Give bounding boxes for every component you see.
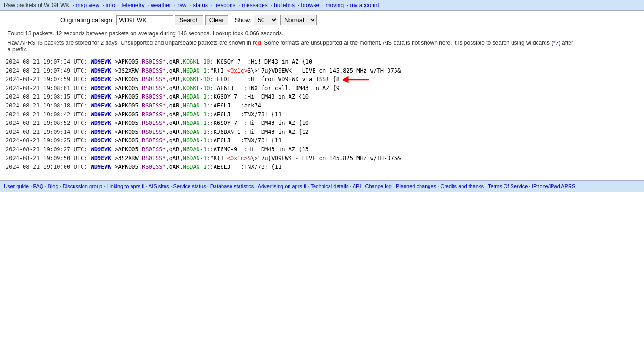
path-link[interactable]: KO6KL-10 (183, 58, 210, 65)
table-row: 2024-08-21 19:08:18 UTC: WD9EWK >APK005,… (6, 101, 644, 110)
path-link[interactable]: N6DAN-1 (183, 155, 207, 162)
callsign-link[interactable]: WD9EWK (91, 67, 111, 74)
nav-myaccount[interactable]: my account (350, 2, 379, 8)
packet-rest: >APK005, (115, 111, 142, 118)
callsign-link[interactable]: WD9EWK (91, 164, 111, 170)
relay-link[interactable]: RS0ISS* (142, 111, 166, 118)
comma: ,qAR, (166, 102, 183, 109)
footer-discussion-group[interactable]: Discussion group (63, 183, 102, 189)
nav-messages[interactable]: messages (242, 2, 268, 8)
packet-suffix: :"R(I (206, 155, 227, 162)
path-link[interactable]: N6DAN-1 (183, 93, 207, 100)
footer-ais-sites[interactable]: AIS sites (149, 183, 169, 189)
footer-linking[interactable]: Linking to aprs.fi (107, 183, 144, 189)
comma: ,qAR, (166, 164, 183, 170)
footer-blog[interactable]: Blog (48, 183, 58, 189)
path-link[interactable]: N6DAN-1 (183, 129, 207, 135)
packet-rest: >APK005, (115, 93, 142, 100)
relay-link[interactable]: RS0ISS* (142, 93, 166, 100)
footer-advertising[interactable]: Advertising on aprs.fi (258, 183, 306, 189)
comma: ,qAR, (166, 155, 183, 162)
path-link[interactable]: KO6KL-10 (183, 76, 210, 82)
packet-rest: >3S2XRW, (115, 67, 142, 74)
relay-link[interactable]: RS0ISS* (142, 67, 166, 74)
callsign-link[interactable]: WD9EWK (91, 102, 111, 109)
nav-status[interactable]: status (193, 2, 208, 8)
relay-link[interactable]: RS0ISS* (142, 129, 166, 135)
footer-api[interactable]: API (353, 183, 361, 189)
table-row: 2024-08-21 19:08:42 UTC: WD9EWK >APK005,… (6, 110, 644, 119)
footer-technical-details[interactable]: Technical details (310, 183, 348, 189)
comma: ,qAR, (166, 120, 183, 126)
wildcard-link[interactable]: *? (553, 40, 558, 46)
path-link[interactable]: N6DAN-1 (183, 164, 207, 170)
comma: ,qAR, (166, 67, 183, 74)
path-link[interactable]: N6DAN-1 (183, 111, 207, 118)
path-link[interactable]: N6DAN-1 (183, 67, 207, 74)
packet-suffix: ::KJ6BXN-1 :Hi! DM43 in AZ {12 (206, 129, 309, 135)
mode-select[interactable]: Normal Detailed (280, 15, 317, 25)
timestamp: 2024-08-21 19:08:01 UTC: (6, 85, 87, 91)
callsign-link[interactable]: WD9EWK (91, 155, 111, 162)
footer-database-statistics[interactable]: Database statistics (210, 183, 254, 189)
path-link[interactable]: N6DAN-1 (183, 137, 207, 144)
footer-change-log[interactable]: Change log (365, 183, 392, 189)
comma: ,qAR, (166, 58, 183, 65)
footer-service-status[interactable]: Service status (173, 183, 206, 189)
table-row: 2024-08-21 19:10:00 UTC: WD9EWK >APK005,… (6, 163, 644, 172)
comma: ,qAR, (166, 93, 183, 100)
relay-link[interactable]: RS0ISS* (142, 146, 166, 153)
callsign-link[interactable]: WD9EWK (91, 93, 111, 100)
relay-link[interactable]: RS0ISS* (142, 102, 166, 109)
relay-link[interactable]: RS0ISS* (142, 120, 166, 126)
callsign-link[interactable]: WD9EWK (91, 120, 111, 126)
path-link[interactable]: N6DAN-1 (183, 146, 207, 153)
search-button[interactable]: Search (175, 15, 203, 25)
footer-user-guide[interactable]: User guide (4, 183, 29, 189)
callsign-input[interactable] (116, 15, 173, 25)
footer-faq[interactable]: FAQ (33, 183, 43, 189)
timestamp: 2024-08-21 19:07:34 UTC: (6, 58, 87, 65)
clear-button[interactable]: Clear (205, 15, 228, 25)
callsign-link[interactable]: WD9EWK (91, 111, 111, 118)
relay-link[interactable]: RS0ISS* (142, 155, 166, 162)
footer-planned-changes[interactable]: Planned changes (396, 183, 436, 189)
callsign-link[interactable]: WD9EWK (91, 129, 111, 135)
path-link[interactable]: KO6KL-10 (183, 85, 210, 91)
relay-link[interactable]: RS0ISS* (142, 58, 166, 65)
relay-link[interactable]: RS0ISS* (142, 76, 166, 82)
callsign-link[interactable]: WD9EWK (91, 146, 111, 153)
packet-suffix2: S\>"7u}WD9EWK - LIVE on 145.825 MHz w/TH… (248, 155, 401, 162)
nav-browse[interactable]: browse (301, 2, 319, 8)
nav-moving[interactable]: moving (325, 2, 344, 8)
footer-iphone-aprs[interactable]: iPhone/iPad APRS (532, 183, 575, 189)
path-link[interactable]: N6DAN-1 (183, 120, 207, 126)
callsign-link[interactable]: WD9EWK (91, 137, 111, 144)
timestamp: 2024-08-21 19:09:25 UTC: (6, 137, 87, 144)
show-count-select[interactable]: 10 25 50 100 200 (254, 15, 278, 25)
callsign-link[interactable]: WD9EWK (91, 85, 111, 91)
footer-credits[interactable]: Credits and thanks (440, 183, 484, 189)
footer-terms[interactable]: Terms Of Service (488, 183, 528, 189)
nav-beacons[interactable]: beacons (214, 2, 235, 8)
relay-link[interactable]: RS0ISS* (142, 85, 166, 91)
relay-link[interactable]: RS0ISS* (142, 137, 166, 144)
comma: ,qAR, (166, 111, 183, 118)
nav-map-view[interactable]: map view (76, 2, 100, 8)
callsign-link[interactable]: WD9EWK (91, 76, 111, 82)
table-row: 2024-08-21 19:08:15 UTC: WD9EWK >APK005,… (6, 92, 644, 101)
nav-weather[interactable]: weather (151, 2, 171, 8)
nav-telemetry[interactable]: telemetry (121, 2, 144, 8)
packet-rest: >APK005, (115, 102, 142, 109)
timestamp: 2024-08-21 19:09:27 UTC: (6, 146, 87, 153)
page-title: Raw packets of WD9EWK (4, 2, 69, 8)
nav-raw[interactable]: raw (177, 2, 186, 8)
packet-suffix: ::AI6MC-9 :Hi! DM43 in AZ {13 (206, 146, 309, 153)
description-text: Raw APRS-IS packets are stored for 2 day… (8, 40, 573, 53)
nav-bulletins[interactable]: bulletins (274, 2, 295, 8)
callsign-link[interactable]: WD9EWK (91, 58, 111, 65)
path-link[interactable]: N6DAN-1 (183, 102, 207, 109)
nav-info[interactable]: info (106, 2, 115, 8)
packet-suffix: ::AE6LJ :TNX/73! {11 (206, 137, 281, 144)
relay-link[interactable]: RS0ISS* (142, 164, 166, 170)
